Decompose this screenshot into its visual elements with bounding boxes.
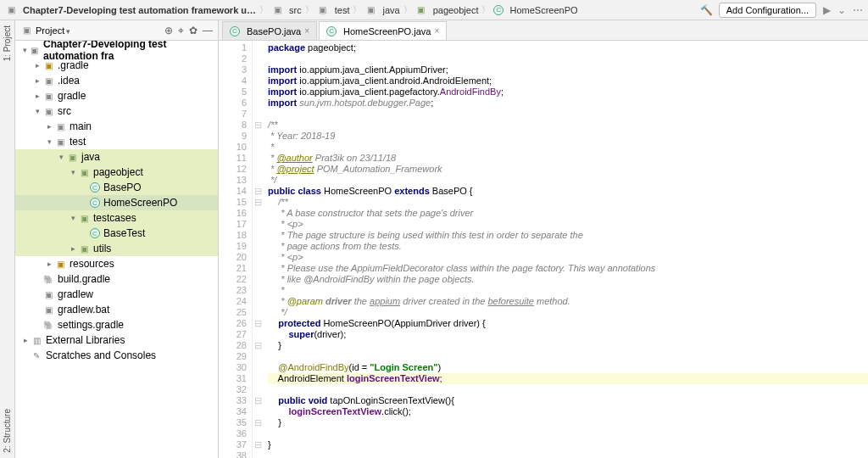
tree-label: HomeScreenPO [103,197,177,209]
twist-icon[interactable]: ▸ [68,244,78,253]
fold-gutter[interactable]: ⊟⊟⊟⊟⊟⊟⊟⊟ [253,41,263,458]
tree-node[interactable]: ▸▣resources [15,256,218,271]
build-icon[interactable]: 🔨 [700,4,712,16]
twist-icon[interactable]: ▸ [32,76,42,85]
breadcrumb-label: HomeScreenPO [509,5,577,15]
tree-node[interactable]: ✎Scratches and Consoles [15,348,218,363]
tree-label: .gradle [58,59,89,71]
debug-icon[interactable]: ⌄ [837,4,846,16]
lib-icon: ▥ [31,334,42,346]
breadcrumb-item[interactable]: ▣src [271,4,302,16]
tree-node[interactable]: CBaseTest [15,226,218,241]
twist-icon[interactable]: ▾ [32,107,42,115]
tree-node[interactable]: ▾▣java [15,149,218,165]
close-icon[interactable]: × [434,26,439,36]
editor-tab[interactable]: CBasePO.java× [222,21,317,40]
tree-node[interactable]: ▾▣Chapter7-Developing test automation fr… [15,42,218,58]
gr-icon: 🐘 [42,273,54,285]
file-icon: ▣ [42,288,54,300]
tree-node[interactable]: 🐘build.gradle [15,271,218,287]
tree-label: src [58,105,71,117]
tree-label: testcases [93,212,136,224]
tree-node[interactable]: ▾▣pageobject [15,165,218,180]
tree-node[interactable]: ▸▣gradle [15,88,218,103]
twist-icon[interactable]: ▸ [44,260,54,268]
class-icon: C [230,26,240,36]
tree-node[interactable]: 🐘settings.gradle [15,317,218,332]
breadcrumb-label: java [382,5,399,15]
tree-label: Scratches and Consoles [46,349,156,361]
tree-label: pageobject [93,166,143,178]
intention-bulb-icon[interactable]: 💡 [219,362,220,373]
tab-label: BasePO.java [247,26,301,36]
tree-node[interactable]: CBasePO [15,180,218,195]
tree-node[interactable]: CHomeScreenPO [15,195,218,210]
line-gutter: 1234567891011121314151617181920212223242… [219,41,253,458]
cls-icon: C [90,228,100,238]
fldx-icon: ▣ [54,136,66,148]
code-editor[interactable]: 1234567891011121314151617181920212223242… [219,41,868,458]
twist-icon[interactable]: ▸ [32,61,42,70]
tree-label: test [70,136,86,148]
editor-tab[interactable]: CHomeScreenPO.java× [319,21,447,40]
tree-label: gradlew [58,288,93,300]
breadcrumb-label: Chapter7-Developing test automation fram… [23,5,256,15]
collapse-icon[interactable]: ⊕ [164,25,173,36]
twist-icon[interactable]: ▸ [32,92,42,100]
add-configuration-button[interactable]: Add Configuration... [719,3,816,18]
class-icon: C [326,26,337,36]
more-icon[interactable]: ⋯ [853,4,863,16]
tree-node[interactable]: ▣gradlew.bat [15,302,218,317]
breadcrumb-item[interactable]: ▣java [364,4,399,16]
run-icon[interactable]: ▶ [823,4,831,16]
fld-icon: ▣ [42,59,54,71]
hide-icon[interactable]: — [203,25,213,36]
folder-icon: ▣ [317,4,329,16]
tree-node[interactable]: ▸▣utils [15,241,218,256]
locate-icon[interactable]: ⌖ [178,25,184,36]
sidebar-title[interactable]: Project▾ [36,25,164,36]
pkg-icon: ▣ [78,243,90,254]
breadcrumb-label: src [289,5,302,15]
tree-label: main [70,120,92,132]
twist-icon[interactable]: ▸ [44,122,54,131]
tree-node[interactable]: ▸▣.idea [15,73,218,88]
twist-icon[interactable]: ▾ [20,46,30,54]
code-body[interactable]: package pageobject;import io.appium.java… [263,41,868,458]
tree-label: BasePO [103,182,142,193]
breadcrumb-item[interactable]: ▣pageobject [415,4,479,16]
twist-icon[interactable]: ▾ [44,137,54,146]
fldx-icon: ▣ [42,105,54,117]
editor-tabs: CBasePO.java×CHomeScreenPO.java× [219,20,868,41]
pkg-icon: ▣ [78,166,90,178]
pkg-icon: ▣ [78,212,90,224]
tree-node[interactable]: ▾▣test [15,134,218,149]
close-icon[interactable]: × [304,26,309,36]
tree-node[interactable]: ▾▣src [15,103,218,119]
editor-area: CBasePO.java×CHomeScreenPO.java× 1234567… [219,20,868,458]
tree-node[interactable]: ▸▣main [15,119,218,134]
settings-icon[interactable]: ✿ [189,25,198,36]
breadcrumb-item[interactable]: CHomeScreenPO [493,5,577,15]
cls-icon: C [90,182,100,193]
tree-label: BaseTest [103,227,145,239]
tree-node[interactable]: ▸▥External Libraries [15,332,218,348]
file-icon: ▣ [42,304,54,316]
breadcrumb-item[interactable]: ▣Chapter7-Developing test automation fra… [5,4,256,16]
project-tree[interactable]: ▾▣Chapter7-Developing test automation fr… [15,41,218,458]
tree-label: External Libraries [46,334,125,346]
twist-icon[interactable]: ▸ [20,336,31,344]
toolbar-right: 🔨 Add Configuration... ▶ ⌄ ⋯ [700,3,863,18]
rail-project-tab[interactable]: 1: Project [3,25,12,61]
rail-structure-tab[interactable]: 2: Structure [3,409,12,453]
tree-label: gradle [58,90,86,102]
tree-label: gradlew.bat [58,304,109,316]
tree-node[interactable]: ▣gradlew [15,287,218,302]
twist-icon[interactable]: ▾ [56,153,66,161]
twist-icon[interactable]: ▾ [68,168,78,176]
sidebar-header: ▣ Project▾ ⊕ ⌖ ✿ — [15,20,218,41]
tree-node[interactable]: ▾▣testcases [15,210,218,226]
breadcrumb-label: pageobject [433,5,479,15]
breadcrumb-item[interactable]: ▣test [317,4,350,16]
twist-icon[interactable]: ▾ [68,214,78,222]
